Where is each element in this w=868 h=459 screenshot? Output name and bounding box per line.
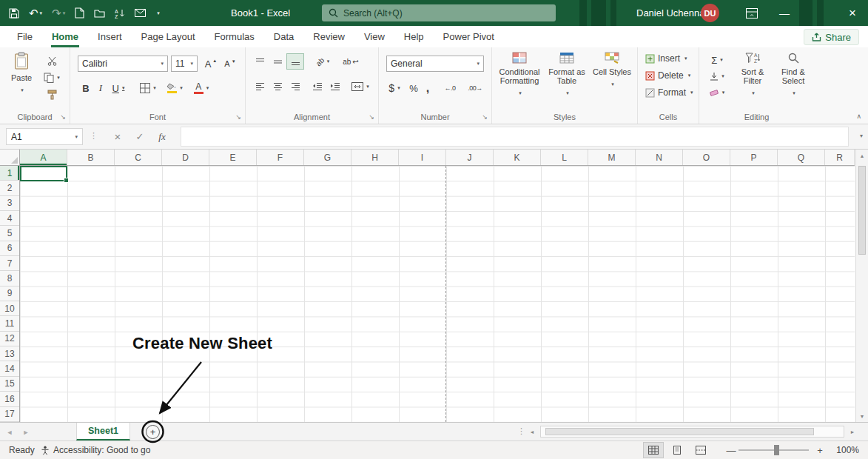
insert-function-icon[interactable]: fx (152, 128, 172, 145)
formula-input[interactable] (181, 127, 848, 146)
cancel-icon[interactable] (108, 128, 127, 145)
tab-data[interactable]: Data (264, 26, 303, 47)
italic-button[interactable]: I (95, 80, 107, 96)
alignment-dialog-launcher[interactable] (369, 114, 374, 121)
copy-button[interactable] (41, 70, 62, 85)
minimize-button[interactable]: — (771, 0, 798, 26)
paste-button[interactable]: Paste (4, 52, 38, 111)
tab-help[interactable]: Help (394, 26, 434, 47)
row-header-12[interactable]: 12 (0, 332, 19, 346)
zoom-slider[interactable] (739, 449, 809, 451)
horizontal-scroll-thumb[interactable] (545, 428, 814, 435)
percent-style-button[interactable]: % (407, 80, 420, 96)
save-icon[interactable] (9, 8, 19, 19)
format-as-table-dropdown-icon[interactable] (565, 87, 569, 98)
vertical-scrollbar[interactable]: ▲ ▼ (855, 150, 868, 422)
format-cells-button[interactable]: Format (645, 87, 693, 98)
new-sheet-button[interactable]: + (146, 425, 160, 439)
row-header-17[interactable]: 17 (0, 407, 19, 422)
sort-filter-dropdown-icon[interactable] (750, 87, 755, 98)
row-header-7[interactable]: 7 (0, 256, 19, 271)
search-input[interactable] (343, 8, 549, 19)
column-header-B[interactable]: B (67, 150, 115, 165)
undo-icon[interactable]: ↶ (29, 7, 42, 20)
row-header-3[interactable]: 3 (0, 196, 19, 211)
align-right-button[interactable] (287, 79, 303, 94)
number-dialog-launcher[interactable] (482, 114, 488, 121)
search-box[interactable] (322, 4, 556, 21)
page-break-view-button[interactable] (691, 443, 710, 458)
column-header-D[interactable]: D (162, 150, 209, 165)
page-layout-view-button[interactable] (667, 443, 687, 458)
decrease-indent-button[interactable] (309, 79, 326, 94)
hscroll-right-icon[interactable]: ► (847, 426, 858, 438)
insert-cells-button[interactable]: Insert (645, 53, 687, 64)
cell-grid[interactable] (20, 166, 855, 422)
number-format-combo[interactable]: General (386, 56, 484, 72)
tab-insert[interactable]: Insert (88, 26, 132, 47)
user-name[interactable]: Daniel Uchenna (636, 0, 705, 26)
name-box-input[interactable] (11, 132, 75, 142)
zoom-in-button[interactable]: + (813, 441, 827, 459)
column-header-E[interactable]: E (209, 150, 257, 165)
conditional-formatting-button[interactable]: Conditional Formatting (497, 52, 542, 111)
horizontal-scrollbar[interactable] (540, 426, 844, 438)
scroll-down-icon[interactable]: ▼ (856, 410, 868, 422)
font-size-combo[interactable]: 11 (171, 56, 198, 72)
select-all-corner[interactable] (0, 150, 20, 166)
top-align-button[interactable] (252, 54, 268, 69)
wrap-text-button[interactable]: ab↩ (340, 54, 361, 69)
collapse-ribbon-icon[interactable] (856, 113, 861, 120)
column-header-F[interactable]: F (257, 150, 304, 165)
expand-formula-bar-icon[interactable] (860, 133, 863, 139)
align-left-button[interactable] (252, 79, 268, 94)
accessibility-status[interactable]: Accessibility: Good to go (41, 441, 150, 459)
selected-cell-a1[interactable] (20, 166, 67, 181)
tab-power-pivot[interactable]: Power Pivot (434, 26, 504, 47)
row-header-1[interactable]: 1 (0, 166, 19, 181)
column-header-O[interactable]: O (683, 150, 730, 165)
clear-button[interactable] (705, 86, 729, 99)
column-header-Q[interactable]: Q (778, 150, 825, 165)
column-header-R[interactable]: R (825, 150, 855, 165)
tab-review[interactable]: Review (303, 26, 354, 47)
fill-button[interactable] (705, 70, 729, 83)
row-header-15[interactable]: 15 (0, 377, 19, 392)
sheet-tab-sheet1[interactable]: Sheet1 (76, 423, 130, 440)
format-as-table-button[interactable]: Format as Table (545, 52, 588, 111)
cut-button[interactable] (41, 53, 62, 68)
conditional-formatting-dropdown-icon[interactable] (517, 87, 522, 98)
column-header-A[interactable]: A (20, 150, 67, 165)
bold-button[interactable]: B (79, 80, 92, 96)
increase-font-size-button[interactable]: A▲ (202, 56, 220, 72)
column-header-M[interactable]: M (588, 150, 636, 165)
comma-style-button[interactable]: , (422, 80, 434, 96)
fill-color-button[interactable] (164, 80, 186, 96)
tab-page-layout[interactable]: Page Layout (132, 26, 205, 47)
column-header-L[interactable]: L (541, 150, 588, 165)
font-name-combo[interactable]: Calibri (78, 56, 168, 72)
vertical-scroll-thumb[interactable] (858, 166, 866, 255)
row-header-9[interactable]: 9 (0, 287, 19, 301)
paste-dropdown-icon[interactable] (19, 84, 24, 95)
sheet-nav-left-icon[interactable]: ◄ (3, 423, 16, 441)
format-painter-button[interactable] (41, 87, 62, 102)
decrease-font-size-button[interactable]: A▼ (221, 56, 239, 72)
share-button[interactable]: Share (804, 29, 859, 45)
increase-indent-button[interactable] (327, 79, 343, 94)
normal-view-button[interactable] (644, 443, 663, 458)
cell-styles-button[interactable]: Cell Styles (591, 52, 633, 111)
row-header-2[interactable]: 2 (0, 181, 19, 195)
sheet-nav-right-icon[interactable]: ► (19, 423, 33, 441)
redo-icon[interactable]: ↷ (52, 7, 65, 20)
autosum-button[interactable]: Σ (705, 53, 729, 67)
column-header-G[interactable]: G (304, 150, 351, 165)
tab-formulas[interactable]: Formulas (205, 26, 264, 47)
row-header-11[interactable]: 11 (0, 316, 19, 331)
row-header-10[interactable]: 10 (0, 301, 19, 316)
column-header-I[interactable]: I (399, 150, 446, 165)
middle-align-button[interactable] (269, 54, 286, 69)
zoom-slider-thumb[interactable] (774, 445, 779, 455)
clipboard-dialog-launcher[interactable] (60, 114, 66, 121)
borders-button[interactable] (137, 80, 159, 96)
